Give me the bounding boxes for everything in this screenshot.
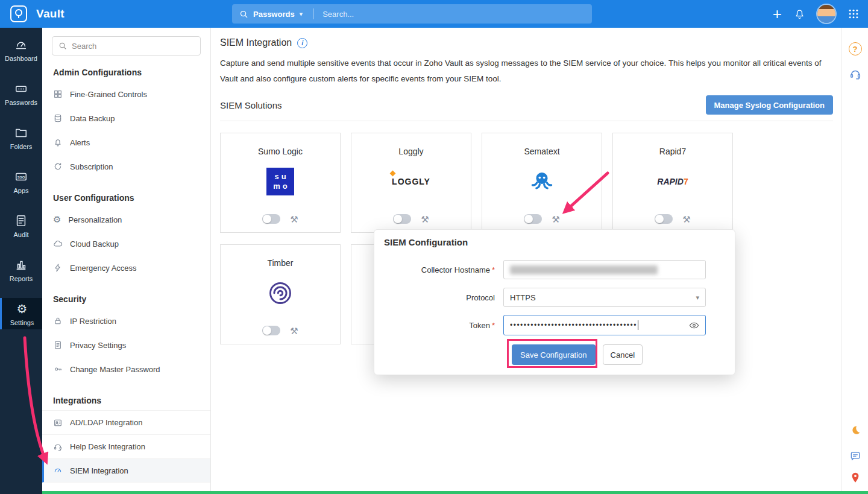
configure-tools-icon[interactable]: ⚒ [682, 215, 690, 224]
primary-nav-apps[interactable]: SSO Apps [0, 160, 42, 204]
settings-nav-siem-integration[interactable]: SIEM Integration [42, 458, 210, 483]
night-mode-moon-icon[interactable] [849, 425, 861, 437]
primary-nav-settings[interactable]: ⚙ Settings [0, 298, 42, 329]
add-button[interactable]: + [773, 6, 782, 22]
loggly-toggle[interactable] [393, 214, 411, 224]
loggly-mark-icon [390, 171, 396, 177]
audit-icon [14, 214, 28, 228]
settings-nav-subscription[interactable]: Subscription [42, 154, 210, 179]
vault-logo-icon [10, 5, 28, 23]
nav-label: Passwords [5, 99, 37, 106]
nav-label: Fine-Grained Controls [70, 90, 147, 99]
reports-icon [14, 258, 28, 272]
info-icon[interactable]: i [297, 38, 307, 48]
svg-text:SSO: SSO [17, 176, 25, 179]
protocol-value: HTTPS [510, 293, 536, 302]
siem-card-rapid7: Rapid7 RAPID7 ⚒ [612, 133, 733, 233]
help-icon[interactable]: ? [849, 42, 862, 55]
settings-nav-data-backup[interactable]: Data Backup [42, 106, 210, 130]
primary-nav-folders[interactable]: Folders [0, 116, 42, 160]
right-utility-rail: ? [841, 28, 868, 491]
section-title-user: User Configurations [53, 193, 200, 203]
settings-nav-ad-ldap-integration[interactable]: AD/LDAP Integration [42, 410, 210, 434]
topbar: Vault Passwords ▾ + [0, 0, 868, 28]
card-title: Rapid7 [613, 147, 732, 156]
page-title: SIEM Integration [220, 37, 292, 48]
gear-icon: ⚙ [53, 214, 61, 225]
primary-nav-audit[interactable]: Audit [0, 204, 42, 248]
search-scope-select[interactable]: Passwords [253, 10, 295, 19]
card-title: Sematext [482, 147, 602, 156]
nav-label: Audit [13, 231, 28, 238]
sematext-configure-tools-icon[interactable]: ⚒ [552, 215, 559, 224]
feedback-chat-icon[interactable] [849, 450, 861, 462]
protocol-select[interactable]: HTTPS ▾ [503, 288, 706, 307]
global-search[interactable]: Passwords ▾ [232, 4, 592, 24]
siem-card-sematext: Sematext ⚒ [482, 133, 602, 233]
redacted-value [510, 265, 658, 274]
chevron-down-icon[interactable]: ▾ [300, 10, 303, 18]
settings-nav-help-desk-integration[interactable]: Help Desk Integration [42, 434, 210, 458]
configure-tools-icon[interactable]: ⚒ [290, 215, 298, 224]
timber-spiral-logo [221, 274, 340, 312]
primary-nav-passwords[interactable]: Passwords [0, 72, 42, 116]
settings-nav-fine-grained-controls[interactable]: Fine-Grained Controls [42, 82, 210, 106]
settings-nav-privacy-settings[interactable]: Privacy Settings [42, 333, 210, 357]
token-label: Token* [374, 321, 503, 330]
cancel-button[interactable]: Cancel [603, 344, 643, 365]
settings-nav-ip-restriction[interactable]: IP Restriction [42, 309, 210, 333]
nav-label: Data Backup [70, 114, 115, 123]
avatar[interactable] [817, 5, 835, 23]
timber-toggle[interactable] [262, 326, 280, 335]
location-pin-icon[interactable] [849, 472, 861, 484]
support-headset-icon[interactable] [849, 68, 862, 81]
primary-nav-dashboard[interactable]: Dashboard [0, 28, 42, 72]
settings-sidebar: Admin Configurations Fine-Grained Contro… [42, 28, 211, 491]
settings-nav-personalization[interactable]: ⚙ Personalization [42, 207, 210, 232]
dashboard-icon [14, 37, 28, 52]
directory-user-icon [53, 418, 63, 428]
nav-label: Subscription [70, 162, 113, 171]
nav-label: Help Desk Integration [70, 442, 145, 451]
gauge-icon [53, 466, 63, 475]
key-icon [53, 364, 63, 374]
primary-nav-reports[interactable]: Reports [0, 248, 42, 292]
collector-hostname-input[interactable] [503, 260, 706, 279]
nav-label: Alerts [70, 138, 90, 147]
bottom-strip [42, 491, 868, 494]
settings-search[interactable] [52, 36, 201, 55]
token-masked-value: ••••••••••••••••••••••••••••••••••••• [510, 321, 637, 329]
nav-label: Emergency Access [70, 264, 137, 273]
notifications-bell-icon[interactable] [794, 8, 805, 20]
configure-tools-icon[interactable]: ⚒ [290, 326, 298, 335]
settings-nav-emergency-access[interactable]: Emergency Access [42, 256, 210, 280]
section-title-admin: Admin Configurations [53, 68, 200, 77]
settings-search-input[interactable] [72, 42, 194, 51]
lightning-icon [53, 263, 63, 273]
settings-nav-alerts[interactable]: Alerts [42, 130, 210, 154]
sumo-logic-toggle[interactable] [262, 214, 280, 224]
collector-hostname-label: Collector Hostname* [374, 265, 503, 274]
nav-label: Folders [10, 143, 33, 150]
show-password-eye-icon[interactable] [689, 320, 699, 331]
siem-card-loggly: Loggly LOGGLY ⚒ [351, 133, 471, 233]
logo-text: mo [273, 182, 290, 191]
rapid7-toggle[interactable] [655, 214, 673, 224]
search-input[interactable] [322, 10, 585, 19]
nav-label: AD/LDAP Integration [70, 418, 142, 427]
save-configuration-button[interactable]: Save Configuration [512, 344, 596, 365]
card-title: Timber [221, 258, 340, 268]
grid-icon [53, 89, 63, 99]
configure-tools-icon[interactable]: ⚒ [421, 215, 429, 224]
search-divider [313, 8, 314, 19]
manage-syslog-button[interactable]: Manage Syslog Configuration [706, 95, 833, 115]
token-input[interactable]: ••••••••••••••••••••••••••••••••••••• [503, 315, 706, 335]
search-icon [58, 42, 67, 50]
gear-icon: ⚙ [17, 302, 28, 316]
apps-grid-icon[interactable] [848, 8, 860, 20]
app-title: Vault [36, 7, 64, 21]
sematext-toggle[interactable] [524, 214, 542, 224]
siem-card-sumo-logic: Sumo Logic su mo ⚒ [220, 133, 341, 233]
settings-nav-change-master-password[interactable]: Change Master Password [42, 357, 210, 381]
settings-nav-cloud-backup[interactable]: Cloud Backup [42, 232, 210, 256]
